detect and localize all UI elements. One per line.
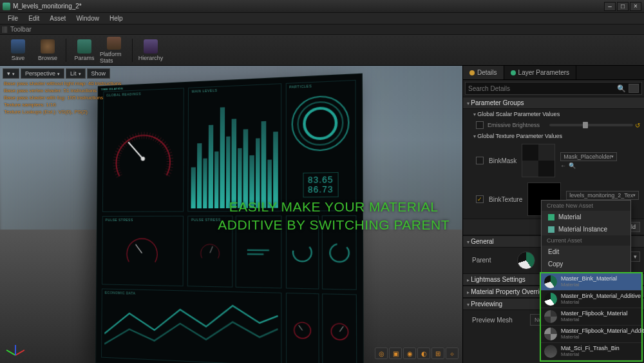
menu-file[interactable]: File — [3, 14, 23, 23]
close-button[interactable]: × — [630, 2, 641, 11]
binkmask-checkbox[interactable] — [476, 157, 484, 164]
shader-stats: Base pass shader without light map: 40 i… — [4, 80, 121, 115]
asset-row[interactable]: Master_Bink_MaterialMaterial — [541, 273, 641, 291]
svg-line-3 — [210, 246, 213, 253]
viewport-primitive-button[interactable]: ⊞ — [431, 348, 444, 359]
material-sphere-icon — [544, 310, 557, 323]
material-sphere-icon — [544, 328, 557, 340]
binktexture-label: BinkTexture — [489, 196, 522, 203]
context-item-copy[interactable]: Copy — [542, 258, 630, 270]
parent-material-thumbnail[interactable] — [517, 251, 535, 270]
save-button[interactable]: Save — [4, 37, 32, 64]
svg-line-2 — [136, 244, 142, 253]
menu-asset[interactable]: Asset — [44, 14, 71, 23]
save-icon — [11, 39, 25, 54]
parent-label: Parent — [472, 251, 511, 264]
layers-tab-icon — [511, 70, 516, 75]
tutorial-overlay-text: EASILY MAKE YOUR MATERIAL ADDITIVE BY SW… — [218, 198, 450, 234]
asset-row[interactable]: Master_Bink_Material_AdditiveMaterial — [541, 291, 641, 308]
search-icon[interactable]: 🔍 — [617, 84, 626, 93]
svg-point-7 — [330, 244, 349, 262]
details-tab-icon — [469, 70, 475, 75]
svg-rect-5 — [247, 253, 264, 255]
platform-stats-button[interactable]: Platform Stats — [100, 37, 128, 64]
section-global-scalar[interactable]: Global Scalar Parameter Values — [463, 109, 644, 119]
svg-point-8 — [294, 322, 311, 338]
material-sphere-icon — [544, 275, 557, 288]
browse-asset-icon[interactable]: 🔍 — [569, 162, 576, 169]
context-item-edit[interactable]: Edit — [542, 246, 630, 258]
asset-picker-list: Master_Bink_MaterialMaterial Master_Bink… — [540, 272, 643, 362]
asset-row[interactable]: Mat_Sci_Fi_Trash_BinMaterial — [541, 343, 641, 360]
svg-line-0 — [128, 142, 143, 159]
svg-line-9 — [299, 325, 303, 330]
menu-window[interactable]: Window — [71, 14, 104, 23]
show-dropdown[interactable]: Show — [87, 68, 111, 79]
svg-line-11 — [339, 326, 343, 331]
context-item-material-instance[interactable]: Material Instance — [542, 223, 630, 235]
browse-button[interactable]: Browse — [33, 37, 62, 64]
view-options-button[interactable] — [629, 84, 639, 93]
viewport-primitive-button[interactable]: ◉ — [403, 348, 416, 359]
material-viewport[interactable]: ▾ Perspective Lit Show Base pass shader … — [0, 66, 462, 363]
menu-edit[interactable]: Edit — [23, 14, 44, 23]
svg-point-10 — [331, 323, 348, 340]
binktexture-checkbox[interactable] — [476, 195, 484, 203]
menu-help[interactable]: Help — [104, 14, 128, 23]
context-menu-group: Create New Asset — [542, 201, 630, 211]
browse-icon — [41, 39, 55, 54]
minimize-button[interactable]: – — [604, 2, 616, 11]
main-toolbar: Save Browse Params Platform Stats Hierar… — [0, 35, 644, 66]
svg-point-6 — [293, 243, 312, 261]
tab-details[interactable]: Details — [463, 66, 504, 79]
viewport-primitive-button[interactable]: ▣ — [389, 348, 402, 359]
window-title: M_levels_monitoring_2* — [13, 3, 603, 10]
emissive-label: Emissive Brightness — [488, 122, 545, 128]
menu-bar: File Edit Asset Window Help — [0, 13, 644, 25]
use-asset-icon[interactable]: ← — [560, 162, 566, 169]
context-menu-group: Current Asset — [542, 235, 630, 246]
hierarchy-button[interactable]: Hierarchy — [137, 37, 165, 64]
material-sphere-icon — [544, 345, 557, 358]
params-button[interactable]: Params — [70, 37, 99, 64]
material-icon — [548, 214, 554, 221]
toolbar-grip-icon[interactable] — [3, 26, 8, 33]
binktexture-dropdown[interactable]: levels_monitoring_2_Tex — [566, 191, 639, 200]
maximize-button[interactable]: □ — [617, 2, 629, 11]
preview-mesh-label: Preview Mesh — [472, 317, 524, 324]
binkmask-thumbnail[interactable] — [522, 144, 555, 177]
toolbar-separator — [132, 39, 133, 62]
emissive-slider[interactable] — [549, 124, 633, 126]
platform-icon — [107, 37, 121, 50]
perspective-dropdown[interactable]: Perspective — [21, 68, 64, 79]
asset-row[interactable]: Master_Flipbook_Material_AdditiveMateria… — [541, 326, 641, 343]
params-icon — [77, 39, 91, 54]
binkmask-label: BinkMask — [489, 157, 516, 164]
viewport-primitive-button[interactable]: ⟐ — [446, 348, 459, 359]
section-global-texture[interactable]: Global Texture Parameter Values — [463, 131, 644, 141]
context-item-material[interactable]: Material — [542, 211, 630, 223]
document-icon — [3, 3, 10, 10]
asset-row[interactable]: Master_Flipbook_MaterialMaterial — [541, 308, 641, 326]
toolbar-label: Toolbar — [10, 26, 32, 33]
material-instance-icon — [548, 226, 554, 233]
svg-rect-4 — [247, 249, 269, 251]
emissive-checkbox[interactable] — [476, 121, 484, 129]
binkmask-dropdown[interactable]: Mask_Placeholder — [560, 152, 617, 161]
viewport-options-dropdown[interactable]: ▾ — [3, 68, 19, 79]
reset-icon[interactable]: ↺ — [635, 122, 640, 129]
viewport-primitive-button[interactable]: ◎ — [375, 348, 388, 359]
search-input[interactable] — [468, 85, 614, 92]
tab-layer-parameters[interactable]: Layer Parameters — [504, 66, 576, 79]
hierarchy-icon — [144, 39, 158, 54]
material-sphere-icon — [544, 293, 557, 306]
lit-dropdown[interactable]: Lit — [66, 68, 86, 79]
viewport-primitive-button[interactable]: ◐ — [417, 348, 430, 359]
section-parameter-groups[interactable]: Parameter Groups — [463, 97, 644, 109]
axis-gizmo-icon — [5, 338, 24, 358]
toolbar-separator — [66, 39, 66, 62]
